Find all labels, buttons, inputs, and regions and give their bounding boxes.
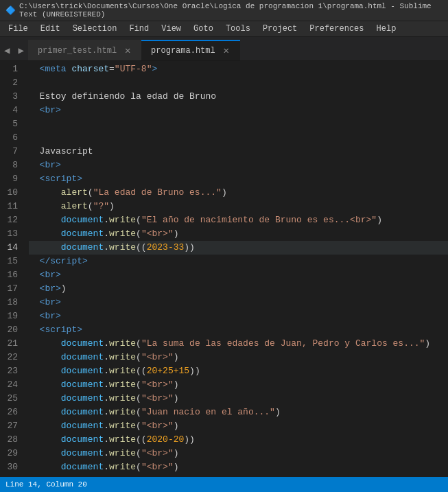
code-area[interactable]: <meta charset="UTF-8"> Estoy definiendo … (26, 61, 448, 477)
tab-bar: ◀ ▶ primer_test.html ✕ programa.html ✕ (0, 37, 448, 61)
line-number-26: 26 (5, 406, 18, 419)
menu-item-edit[interactable]: Edit (35, 23, 66, 35)
line-number-11: 11 (5, 200, 18, 213)
line-number-19: 19 (5, 309, 18, 323)
code-line-6 (29, 131, 448, 145)
line-number-10: 10 (5, 186, 18, 200)
code-line-7: Javascript (29, 145, 448, 159)
code-line-2 (29, 76, 448, 90)
code-line-19: <br> (29, 309, 448, 323)
line-number-20: 20 (5, 323, 18, 337)
line-number-21: 21 (5, 337, 18, 351)
tab-close-icon[interactable]: ✕ (221, 45, 232, 56)
code-line-28: document.write((2020-20)) (29, 433, 448, 447)
tab-label: primer_test.html (38, 46, 117, 56)
code-line-29: document.write("<br>") (29, 447, 448, 460)
line-number-1: 1 (5, 62, 18, 76)
menu-item-goto[interactable]: Goto (188, 23, 219, 35)
code-line-25: document.write("<br>") (29, 392, 448, 406)
code-line-11: alert("?") (29, 200, 448, 213)
code-line-1: <meta charset="UTF-8"> (29, 62, 448, 76)
code-line-21: document.write("La suma de las edades de… (29, 337, 448, 351)
code-line-20: <script> (29, 323, 448, 337)
code-line-22: document.write("<br>") (29, 351, 448, 364)
line-number-25: 25 (5, 392, 18, 406)
tab-nav-prev[interactable]: ◀ (0, 40, 14, 60)
tab-programa[interactable]: programa.html ✕ (141, 40, 240, 60)
code-line-17: <br>) (29, 282, 448, 296)
code-line-26: document.write("Juan nacio en el año..."… (29, 406, 448, 419)
tab-primer-test[interactable]: primer_test.html ✕ (28, 40, 141, 60)
line-number-28: 28 (5, 433, 18, 447)
line-number-12: 12 (5, 213, 18, 227)
title-bar: 🔷 C:\Users\trick\Documents\Cursos\One Or… (0, 0, 448, 21)
code-line-4: <br> (29, 104, 448, 117)
menu-item-view[interactable]: View (156, 23, 187, 35)
line-number-15: 15 (5, 255, 18, 268)
menu-item-help[interactable]: Help (371, 23, 402, 35)
tab-nav-next[interactable]: ▶ (14, 40, 27, 60)
code-line-5 (29, 117, 448, 131)
menu-item-project[interactable]: Project (257, 23, 303, 35)
line-number-27: 27 (5, 419, 18, 433)
line-number-23: 23 (5, 364, 18, 378)
menu-item-find[interactable]: Find (123, 23, 154, 35)
code-line-3: Estoy definiendo la edad de Bruno (29, 90, 448, 104)
code-line-9: <script> (29, 172, 448, 186)
tab-close-icon[interactable]: ✕ (122, 45, 133, 56)
line-numbers: 1234567891011121314151617181920212223242… (0, 61, 26, 477)
line-number-6: 6 (5, 131, 18, 145)
line-number-7: 7 (5, 145, 18, 159)
line-number-16: 16 (5, 268, 18, 282)
menu-item-file[interactable]: File (3, 23, 34, 35)
code-line-8: <br> (29, 159, 448, 172)
line-number-13: 13 (5, 227, 18, 241)
code-line-10: alert("La edad de Bruno es...") (29, 186, 448, 200)
code-line-30: document.write("<br>") (29, 460, 448, 474)
app-icon: 🔷 (5, 5, 15, 15)
line-number-29: 29 (5, 447, 18, 460)
status-text: Line 14, Column 20 (5, 480, 87, 489)
line-number-24: 24 (5, 378, 18, 392)
line-number-30: 30 (5, 460, 18, 474)
tab-label: programa.html (151, 46, 215, 56)
line-number-17: 17 (5, 282, 18, 296)
code-line-15: </script> (29, 255, 448, 268)
line-number-22: 22 (5, 351, 18, 364)
line-number-18: 18 (5, 296, 18, 309)
line-number-9: 9 (5, 172, 18, 186)
line-number-4: 4 (5, 104, 18, 117)
menu-item-preferences[interactable]: Preferences (304, 23, 369, 35)
menu-item-selection[interactable]: Selection (67, 23, 123, 35)
line-number-2: 2 (5, 76, 18, 90)
status-bar: Line 14, Column 20 (0, 477, 448, 492)
code-line-23: document.write((20+25+15)) (29, 364, 448, 378)
code-line-12: document.write("El año de nacimiento de … (29, 213, 448, 227)
code-line-14: document.write((2023-33)) (29, 241, 448, 255)
menu-item-tools[interactable]: Tools (220, 23, 256, 35)
menu-bar: FileEditSelectionFindViewGotoToolsProjec… (0, 21, 448, 37)
line-number-5: 5 (5, 117, 18, 131)
title-text: C:\Users\trick\Documents\Cursos\One Orac… (19, 2, 443, 19)
code-line-24: document.write("<br>") (29, 378, 448, 392)
line-number-14: 14 (5, 241, 18, 255)
code-line-27: document.write("<br>") (29, 419, 448, 433)
code-line-13: document.write("<br>") (29, 227, 448, 241)
editor: 1234567891011121314151617181920212223242… (0, 61, 448, 477)
code-line-16: <br> (29, 268, 448, 282)
line-number-8: 8 (5, 159, 18, 172)
code-line-18: <br> (29, 296, 448, 309)
line-number-3: 3 (5, 90, 18, 104)
